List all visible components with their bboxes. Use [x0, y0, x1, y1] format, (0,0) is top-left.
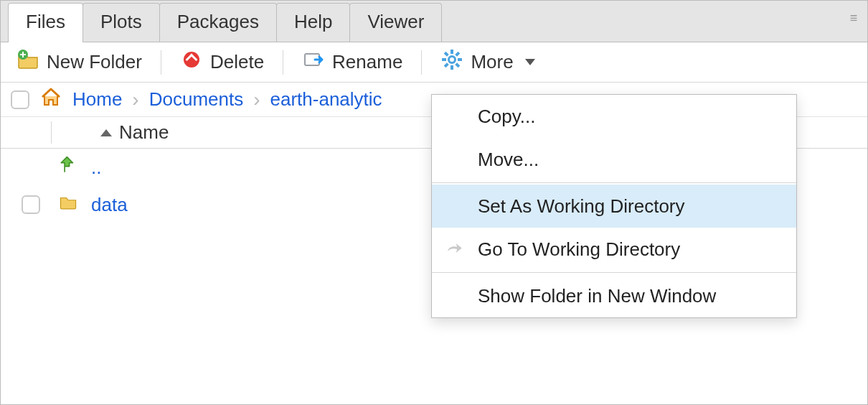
breadcrumb-separator-icon: ›: [132, 88, 138, 111]
delete-label: Delete: [210, 51, 264, 73]
sort-ascending-icon: [100, 129, 112, 136]
files-pane: Files Plots Packages Help Viewer ≡ New F…: [0, 0, 868, 405]
menu-separator: [432, 182, 796, 183]
rename-button[interactable]: Rename: [295, 45, 410, 79]
toolbar-separator: [421, 50, 422, 75]
tab-viewer[interactable]: Viewer: [349, 3, 442, 42]
up-arrow-icon: [59, 156, 77, 180]
delete-button[interactable]: Delete: [173, 45, 271, 79]
toolbar-separator: [161, 50, 161, 75]
svg-rect-11: [458, 58, 462, 61]
files-toolbar: New Folder Delete Rename More: [1, 42, 867, 83]
svg-point-16: [450, 57, 454, 62]
pane-tabs: Files Plots Packages Help Viewer ≡: [1, 1, 867, 42]
breadcrumb-documents[interactable]: Documents: [149, 88, 244, 111]
svg-rect-8: [450, 50, 453, 54]
new-folder-label: New Folder: [47, 51, 142, 73]
menu-item-label: Show Folder in New Window: [478, 285, 716, 307]
tab-packages[interactable]: Packages: [159, 3, 277, 42]
more-label: More: [471, 51, 513, 73]
tab-label-packages: Packages: [177, 11, 259, 32]
menu-item-label: Copy...: [478, 106, 535, 128]
select-all-checkbox[interactable]: [11, 90, 29, 109]
rename-icon: [302, 48, 325, 76]
rename-label: Rename: [332, 51, 402, 73]
svg-rect-13: [444, 62, 449, 68]
tab-help[interactable]: Help: [276, 3, 350, 42]
home-icon[interactable]: [39, 85, 62, 113]
row-checkbox[interactable]: [22, 195, 40, 214]
dropdown-caret-icon: [525, 59, 535, 65]
svg-rect-15: [456, 62, 461, 68]
folder-icon: [59, 193, 77, 217]
more-button[interactable]: More: [433, 45, 542, 79]
breadcrumb-separator-icon: ›: [253, 88, 260, 111]
delete-icon: [180, 48, 203, 76]
svg-rect-10: [442, 58, 446, 61]
tab-plots[interactable]: Plots: [82, 3, 160, 42]
menu-item-show-window[interactable]: Show Folder in New Window: [432, 274, 796, 317]
svg-rect-12: [456, 52, 461, 57]
breadcrumb-home[interactable]: Home: [72, 88, 122, 111]
file-name: data: [91, 194, 128, 215]
tab-label-plots: Plots: [100, 11, 142, 32]
menu-item-set-wd[interactable]: Set As Working Directory: [432, 185, 796, 228]
menu-item-move[interactable]: Move...: [432, 138, 796, 181]
new-folder-button[interactable]: New Folder: [9, 45, 149, 79]
column-header-name-label: Name: [119, 121, 169, 144]
menu-item-copy[interactable]: Copy...: [432, 95, 796, 138]
tab-label-files: Files: [26, 11, 65, 32]
menu-item-label: Move...: [478, 149, 539, 171]
gear-icon: [440, 48, 463, 76]
svg-rect-14: [444, 52, 449, 57]
tab-label-viewer: Viewer: [367, 11, 424, 32]
goto-arrow-icon: [445, 239, 465, 259]
new-folder-icon: [16, 48, 39, 76]
parent-dir-label: ..: [91, 157, 101, 178]
pane-grip-icon[interactable]: ≡: [841, 8, 867, 26]
toolbar-separator: [283, 50, 283, 75]
tab-files[interactable]: Files: [8, 3, 83, 42]
tab-label-help: Help: [294, 11, 332, 32]
svg-rect-2: [20, 54, 26, 55]
menu-item-label: Go To Working Directory: [478, 238, 680, 261]
menu-item-label: Set As Working Directory: [478, 195, 685, 218]
svg-rect-9: [450, 65, 453, 70]
breadcrumb-earth-analytics[interactable]: earth-analytic: [270, 88, 382, 111]
menu-separator: [432, 272, 796, 273]
menu-item-goto-wd[interactable]: Go To Working Directory: [432, 228, 796, 271]
more-dropdown-menu: Copy... Move... Set As Working Directory…: [431, 94, 797, 318]
